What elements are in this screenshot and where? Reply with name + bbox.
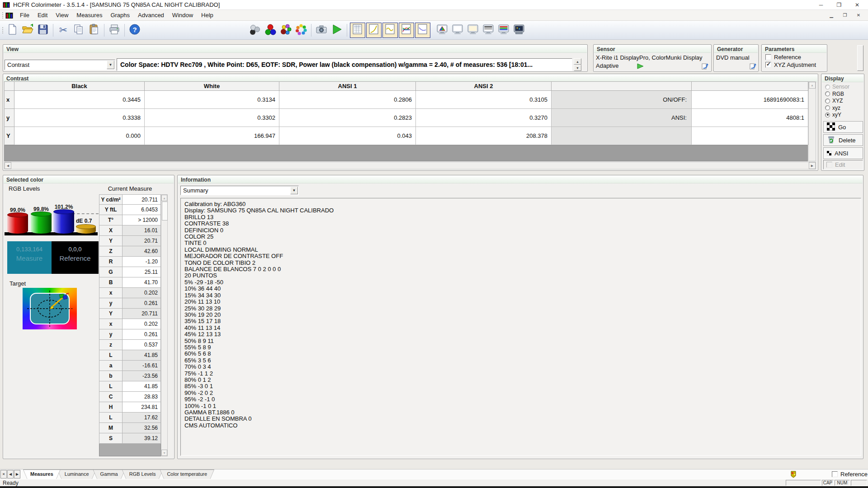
tab-measures[interactable]: Measures xyxy=(23,469,61,479)
tab-luminance[interactable]: Luminance xyxy=(57,469,96,479)
spinner-up-icon[interactable]: ▲ xyxy=(574,58,581,65)
window-minimize-button[interactable]: ─ xyxy=(812,0,830,9)
delete-button[interactable]: Delete xyxy=(823,134,863,146)
toolbar-monitor-dark-button[interactable] xyxy=(511,23,527,38)
toolbar-view-gamma-button[interactable] xyxy=(366,23,382,38)
parameter-checkbox[interactable] xyxy=(765,62,771,68)
toolbar-sensors-multi-button[interactable] xyxy=(278,23,293,38)
measure-value[interactable]: 0.261 xyxy=(123,298,161,309)
scroll-left-icon[interactable]: ◀ xyxy=(5,162,11,169)
go-button[interactable]: Go xyxy=(823,121,863,133)
mdi-close-button[interactable]: ✕ xyxy=(853,11,864,19)
contrast-value-cell[interactable]: 0.2806 xyxy=(279,91,416,109)
tab-color-temperature[interactable]: Color temperature xyxy=(160,469,214,479)
ansi-button[interactable]: ANSI xyxy=(823,147,863,159)
menu-measures[interactable]: Measures xyxy=(72,10,106,20)
scroll-up-icon[interactable]: ▲ xyxy=(809,82,816,89)
toolbar-view-wave-button[interactable] xyxy=(382,23,398,38)
scroll-down-icon[interactable]: ▼ xyxy=(161,450,167,456)
reference-checkbox[interactable] xyxy=(832,471,838,477)
measure-value[interactable]: 16.01 xyxy=(123,225,161,236)
generator-config-icon[interactable] xyxy=(749,63,757,70)
tab-close-button[interactable]: ✕ xyxy=(0,470,7,479)
scroll-up-icon[interactable]: ▲ xyxy=(161,195,167,201)
measure-value[interactable]: 20.71 xyxy=(123,236,161,246)
contrast-value-cell[interactable]: 0.3338 xyxy=(14,109,145,127)
column-header[interactable]: ANSI 1 xyxy=(279,82,416,91)
measure-value[interactable]: 42.60 xyxy=(123,246,161,257)
contrast-value-cell[interactable]: 166.947 xyxy=(145,127,279,145)
toolbar-monitor-color-bars-button[interactable] xyxy=(496,23,511,38)
measure-value[interactable]: 20.711 xyxy=(123,194,161,205)
toolbar-paste-button[interactable] xyxy=(86,23,102,38)
sensor-start-icon[interactable] xyxy=(637,63,644,69)
contrast-value-cell[interactable]: 0.3134 xyxy=(145,91,279,109)
radio-button[interactable] xyxy=(825,105,830,110)
toolbar-cut-button[interactable]: ✂ xyxy=(56,23,71,38)
toolbar-grip[interactable] xyxy=(1,26,3,34)
measure-value[interactable]: 17.62 xyxy=(123,413,161,423)
contrast-value-cell[interactable]: 0.3270 xyxy=(416,109,552,127)
measure-value[interactable]: -23.56 xyxy=(123,371,161,381)
tab-rgb-levels[interactable]: RGB Levels xyxy=(122,469,163,479)
contrast-value-cell[interactable]: 0.3302 xyxy=(145,109,279,127)
measure-value[interactable]: 20.711 xyxy=(123,309,161,319)
radio-button[interactable] xyxy=(825,99,830,103)
toolbar-monitor-blank-button[interactable] xyxy=(465,23,481,38)
toolbar-sensors-ring-button[interactable] xyxy=(293,23,309,38)
toolbar-open-button[interactable] xyxy=(20,23,35,38)
contrast-value-cell[interactable]: 0.000 xyxy=(14,127,145,145)
radio-button[interactable] xyxy=(825,113,830,117)
measure-vscrollbar[interactable]: ▲ ▼ xyxy=(161,194,168,456)
window-maximize-button[interactable]: ❐ xyxy=(830,0,848,9)
measure-value[interactable]: 41.85 xyxy=(123,381,161,392)
scroll-thumb[interactable] xyxy=(162,202,168,221)
chevron-down-icon[interactable]: ▼ xyxy=(107,61,114,69)
toolbar-monitor-gray-bars-button[interactable] xyxy=(481,23,496,38)
measure-value[interactable]: 0.202 xyxy=(123,288,161,298)
view-selector-dropdown[interactable]: Contrast ▼ xyxy=(5,60,115,70)
measure-value[interactable]: -1.20 xyxy=(123,257,161,267)
contrast-hscrollbar[interactable]: ◀ ▶ xyxy=(4,162,816,169)
menu-help[interactable]: Help xyxy=(197,10,217,20)
menu-graphs[interactable]: Graphs xyxy=(106,10,134,20)
radio-button[interactable] xyxy=(825,91,830,96)
measure-value[interactable]: 41.70 xyxy=(123,277,161,288)
toolbar-sensors-rgb-button[interactable] xyxy=(263,23,278,38)
menu-window[interactable]: Window xyxy=(168,10,197,20)
contrast-value-cell[interactable]: 0.2823 xyxy=(279,109,416,127)
radio-button[interactable] xyxy=(825,84,830,89)
measure-value[interactable]: 28.83 xyxy=(123,392,161,402)
toolbar-grip[interactable] xyxy=(1,11,3,19)
sensor-config-icon[interactable] xyxy=(701,63,709,70)
measure-value[interactable]: 6.0453 xyxy=(123,205,161,215)
tab-gamma[interactable]: Gamma xyxy=(93,469,125,479)
menu-file[interactable]: File xyxy=(16,10,33,20)
contrast-value-cell[interactable]: 208.378 xyxy=(416,127,552,145)
measure-value[interactable]: 39.12 xyxy=(123,433,161,444)
measure-value[interactable]: -16.61 xyxy=(123,361,161,371)
toolbar-new-button[interactable] xyxy=(5,23,20,38)
column-header[interactable]: Black xyxy=(14,82,145,91)
measure-value[interactable]: 0.537 xyxy=(123,340,161,350)
toolbar-camera-button[interactable] xyxy=(314,23,329,38)
toolbar-sensors-gray-button[interactable] xyxy=(247,23,263,38)
toolbar-save-button[interactable] xyxy=(35,23,51,38)
toolbar-monitor-white-button[interactable] xyxy=(450,23,465,38)
contrast-vscrollbar[interactable]: ▲ xyxy=(808,81,816,161)
measure-value[interactable]: 41.85 xyxy=(123,350,161,361)
measure-value[interactable]: 0.202 xyxy=(123,319,161,329)
toolbar-monitor-gamut-button[interactable] xyxy=(434,23,450,38)
measure-value[interactable]: 0.261 xyxy=(123,329,161,340)
contrast-value-cell[interactable]: 0.3105 xyxy=(416,91,552,109)
toolbar-copy-button[interactable] xyxy=(71,23,86,38)
tab-next-button[interactable]: ▶ xyxy=(14,470,20,479)
toolbar-view-grid-button[interactable] xyxy=(350,23,365,38)
column-header[interactable]: White xyxy=(145,82,279,91)
measure-value[interactable]: 32.56 xyxy=(123,423,161,433)
chevron-down-icon[interactable]: ▼ xyxy=(290,187,298,194)
contrast-value-cell[interactable]: 0.3445 xyxy=(14,91,145,109)
menu-edit[interactable]: Edit xyxy=(33,10,52,20)
menu-view[interactable]: View xyxy=(52,10,72,20)
tab-prev-button[interactable]: ◀ xyxy=(7,470,14,479)
